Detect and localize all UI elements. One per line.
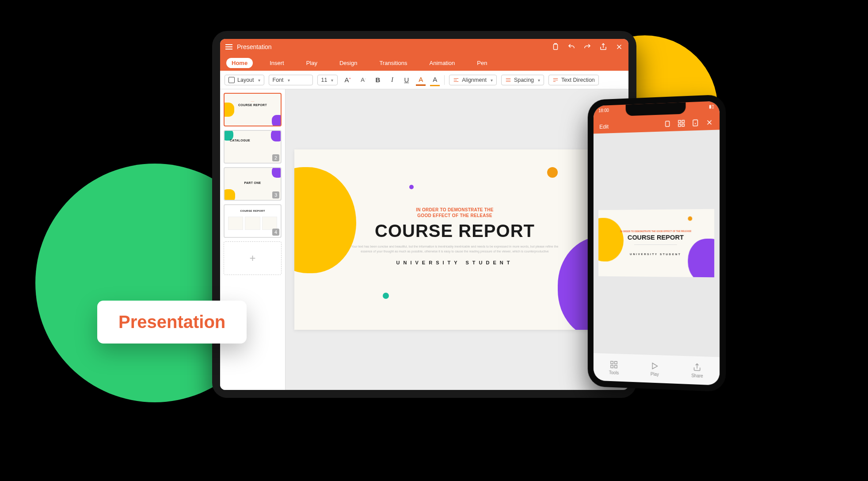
svg-rect-12 [682,120,684,122]
phone-slide-eyebrow: IN ORDER TO DEMONSTRATE THE GOOD EFFECT … [598,229,714,233]
info-icon[interactable] [691,119,699,127]
spacing-dropdown[interactable]: Spacing [501,75,544,85]
share-button[interactable]: Share [691,363,703,378]
slide-thumbnail[interactable]: COURSE REPORT 4 [224,204,282,238]
play-button[interactable]: Play [651,361,659,377]
phone-slide[interactable]: IN ORDER TO DEMONSTRATE THE GOOD EFFECT … [598,209,714,277]
alignment-label: Alignment [462,77,487,83]
share-label: Share [691,373,703,378]
work-area: —— COURSE REPORT 1 CATALOGUE 2 PART ONE … [220,89,628,390]
decrease-font-icon[interactable]: A- [358,75,368,85]
thumb-title: PART ONE [225,181,281,184]
phone-slide-footer: UNIVERSITY STUDENT [598,252,714,256]
decorative-dot-teal [383,293,389,299]
clipboard-icon[interactable] [552,43,560,51]
decorative-dot-purple [409,185,414,189]
tablet-screen: Presentation Home Insert Play Design Tra… [220,39,628,390]
layout-icon [228,77,235,83]
italic-icon[interactable]: I [387,74,397,85]
tablet-device: Presentation Home Insert Play Design Tra… [212,31,636,398]
thumb-number: 1 [272,117,279,124]
current-slide[interactable]: IN ORDER TO DEMONSTRATE THE GOOD EFFECT … [294,149,615,330]
clipboard-icon[interactable] [663,120,671,128]
slide-content: IN ORDER TO DEMONSTRATE THE GOOD EFFECT … [294,207,615,265]
add-slide-button[interactable]: + [224,241,282,275]
bold-icon[interactable]: B [373,74,383,85]
play-label: Play [651,371,659,377]
redo-icon[interactable] [583,43,591,51]
slide-thumbnail[interactable]: PART ONE 3 [224,167,282,201]
share-icon [693,363,702,372]
thumb-title: COURSE REPORT [225,103,281,107]
spacing-label: Spacing [514,77,534,83]
svg-rect-18 [611,361,613,364]
tools-label: Tools [609,370,619,375]
increase-font-icon[interactable]: A+ [342,74,354,85]
layout-dropdown[interactable]: Layout [225,75,264,85]
highlight-icon[interactable]: A [430,74,440,86]
toolbar: Layout Font 11 A+ A- B I U A A Alignment [220,71,628,89]
underline-icon[interactable]: U [401,74,411,85]
thumb-number: 2 [272,154,279,161]
slide-thumbnail[interactable]: CATALOGUE 2 [224,130,282,164]
close-icon[interactable] [615,43,623,51]
menu-icon[interactable] [225,46,232,47]
svg-rect-14 [682,124,684,126]
tab-home[interactable]: Home [226,58,253,68]
badge-label: Presentation [118,312,225,332]
svg-rect-11 [678,120,681,122]
svg-rect-20 [611,365,613,368]
undo-icon[interactable] [567,43,575,51]
thumb-number: 4 [272,229,279,236]
tab-play[interactable]: Play [301,58,323,68]
tab-design[interactable]: Design [334,58,362,68]
spacing-icon [505,77,511,83]
svg-marker-22 [653,363,658,369]
thumb-number: 3 [272,191,279,199]
tab-pen[interactable]: Pen [472,58,492,68]
toolbar-divider [444,75,445,85]
svg-rect-13 [678,124,681,126]
tab-animation[interactable]: Animation [424,58,461,68]
slide-thumbnail[interactable]: —— COURSE REPORT 1 [224,93,282,126]
align-icon [453,77,459,83]
close-icon[interactable] [705,118,713,126]
phone-time: 18:00 [598,108,609,113]
share-icon[interactable] [599,43,607,51]
alignment-dropdown[interactable]: Alignment [449,75,497,85]
svg-rect-15 [693,120,697,126]
decorative-dot-orange [547,167,558,178]
tools-icon [610,360,618,369]
battery-icon: ▮▯ [709,104,714,109]
phone-canvas[interactable]: IN ORDER TO DEMONSTRATE THE GOOD EFFECT … [594,130,720,356]
svg-rect-0 [554,44,558,50]
text-direction-icon [552,77,559,83]
edit-button[interactable]: Edit [599,123,609,130]
app-title: Presentation [237,43,272,50]
tab-transitions[interactable]: Transitions [374,58,412,68]
grid-icon[interactable] [678,119,685,128]
phone-notch [626,102,686,116]
font-size-dropdown[interactable]: 11 [317,75,338,85]
slide-canvas[interactable]: IN ORDER TO DEMONSTRATE THE GOOD EFFECT … [286,89,628,390]
svg-rect-21 [615,365,617,368]
play-icon [651,361,659,370]
tools-button[interactable]: Tools [609,360,619,375]
phone-bottom-bar: Tools Play Share [594,353,720,386]
font-dropdown[interactable]: Font [269,75,313,85]
svg-rect-19 [615,361,617,364]
text-direction-dropdown[interactable]: Text Direction [548,75,599,85]
slide-eyebrow-1: IN ORDER TO DEMONSTRATE THE [294,207,615,213]
presentation-badge: Presentation [97,301,247,344]
font-size-value: 11 [321,77,327,83]
tab-insert[interactable]: Insert [264,58,289,68]
layout-label: Layout [237,77,254,83]
phone-slide-content: IN ORDER TO DEMONSTRATE THE GOOD EFFECT … [598,229,714,256]
divider [634,244,677,245]
slide-footer: UNIVERSITY STUDENT [294,260,615,265]
svg-rect-10 [666,121,670,126]
font-color-icon[interactable]: A [416,74,426,86]
decorative-dot-orange [688,216,692,221]
slide-body: Your text has been concise and beautiful… [346,244,564,254]
slide-eyebrow-2: GOOD EFFECT OF THE RELEASE [294,213,615,218]
